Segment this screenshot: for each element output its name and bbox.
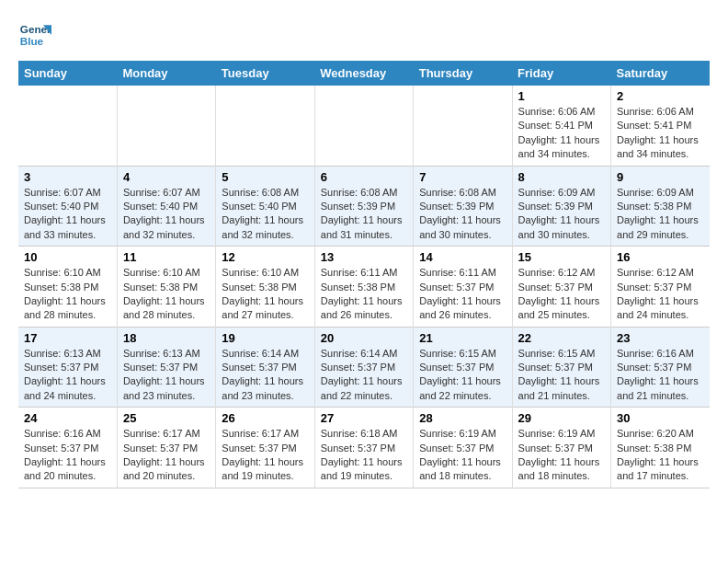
day-cell-3-4: 21Sunrise: 6:15 AMSunset: 5:37 PMDayligh… <box>414 327 512 408</box>
day-cell-1-2: 5Sunrise: 6:08 AMSunset: 5:40 PMDaylight… <box>216 166 314 247</box>
page-header: General Blue <box>18 18 710 52</box>
day-info: Sunrise: 6:06 AMSunset: 5:41 PMDaylight:… <box>617 105 704 162</box>
day-cell-2-4: 14Sunrise: 6:11 AMSunset: 5:37 PMDayligh… <box>414 247 512 327</box>
header-friday: Friday <box>512 61 610 86</box>
day-cell-0-5: 1Sunrise: 6:06 AMSunset: 5:41 PMDaylight… <box>512 86 610 166</box>
day-number: 12 <box>222 250 308 264</box>
day-info: Sunrise: 6:19 AMSunset: 5:37 PMDaylight:… <box>419 427 506 484</box>
day-number: 15 <box>518 250 605 264</box>
day-cell-4-5: 29Sunrise: 6:19 AMSunset: 5:37 PMDayligh… <box>512 408 610 488</box>
day-info: Sunrise: 6:13 AMSunset: 5:37 PMDaylight:… <box>24 347 111 404</box>
day-cell-0-4 <box>414 86 512 166</box>
day-number: 1 <box>518 89 605 103</box>
day-cell-0-3 <box>314 86 413 166</box>
day-info: Sunrise: 6:11 AMSunset: 5:38 PMDaylight:… <box>321 266 407 323</box>
svg-text:Blue: Blue <box>20 35 44 47</box>
day-cell-4-3: 27Sunrise: 6:18 AMSunset: 5:37 PMDayligh… <box>314 408 413 488</box>
day-cell-3-0: 17Sunrise: 6:13 AMSunset: 5:37 PMDayligh… <box>18 327 117 408</box>
day-number: 10 <box>24 250 111 264</box>
day-info: Sunrise: 6:16 AMSunset: 5:37 PMDaylight:… <box>24 427 111 484</box>
day-info: Sunrise: 6:19 AMSunset: 5:37 PMDaylight:… <box>518 427 605 484</box>
day-info: Sunrise: 6:17 AMSunset: 5:37 PMDaylight:… <box>222 427 308 484</box>
day-number: 29 <box>518 411 605 425</box>
day-cell-4-2: 26Sunrise: 6:17 AMSunset: 5:37 PMDayligh… <box>216 408 314 488</box>
day-info: Sunrise: 6:14 AMSunset: 5:37 PMDaylight:… <box>222 347 308 404</box>
calendar-table: SundayMondayTuesdayWednesdayThursdayFrid… <box>18 61 710 488</box>
day-number: 17 <box>24 331 111 345</box>
day-number: 23 <box>617 331 704 345</box>
day-info: Sunrise: 6:08 AMSunset: 5:40 PMDaylight:… <box>222 186 308 243</box>
day-cell-0-0 <box>18 86 117 166</box>
week-row-2: 3Sunrise: 6:07 AMSunset: 5:40 PMDaylight… <box>18 166 710 247</box>
header-saturday: Saturday <box>611 61 710 86</box>
day-cell-1-5: 8Sunrise: 6:09 AMSunset: 5:39 PMDaylight… <box>512 166 610 247</box>
day-cell-4-1: 25Sunrise: 6:17 AMSunset: 5:37 PMDayligh… <box>117 408 215 488</box>
day-number: 11 <box>123 250 210 264</box>
day-info: Sunrise: 6:08 AMSunset: 5:39 PMDaylight:… <box>419 186 506 243</box>
day-number: 14 <box>419 250 506 264</box>
day-number: 26 <box>222 411 308 425</box>
day-number: 27 <box>321 411 407 425</box>
header-tuesday: Tuesday <box>216 61 314 86</box>
day-info: Sunrise: 6:18 AMSunset: 5:37 PMDaylight:… <box>321 427 407 484</box>
day-cell-4-6: 30Sunrise: 6:20 AMSunset: 5:38 PMDayligh… <box>611 408 710 488</box>
day-number: 16 <box>617 250 704 264</box>
day-info: Sunrise: 6:09 AMSunset: 5:38 PMDaylight:… <box>617 186 704 243</box>
header-monday: Monday <box>117 61 215 86</box>
day-info: Sunrise: 6:07 AMSunset: 5:40 PMDaylight:… <box>24 186 111 243</box>
day-number: 13 <box>321 250 407 264</box>
day-info: Sunrise: 6:15 AMSunset: 5:37 PMDaylight:… <box>419 347 506 404</box>
day-number: 30 <box>617 411 704 425</box>
day-cell-1-6: 9Sunrise: 6:09 AMSunset: 5:38 PMDaylight… <box>611 166 710 247</box>
day-cell-3-5: 22Sunrise: 6:15 AMSunset: 5:37 PMDayligh… <box>512 327 610 408</box>
day-info: Sunrise: 6:12 AMSunset: 5:37 PMDaylight:… <box>617 266 704 323</box>
week-row-5: 24Sunrise: 6:16 AMSunset: 5:37 PMDayligh… <box>18 408 710 488</box>
week-row-4: 17Sunrise: 6:13 AMSunset: 5:37 PMDayligh… <box>18 327 710 408</box>
day-number: 21 <box>419 331 506 345</box>
day-cell-0-2 <box>216 86 314 166</box>
day-info: Sunrise: 6:08 AMSunset: 5:39 PMDaylight:… <box>321 186 407 243</box>
day-cell-2-6: 16Sunrise: 6:12 AMSunset: 5:37 PMDayligh… <box>611 247 710 327</box>
day-info: Sunrise: 6:16 AMSunset: 5:37 PMDaylight:… <box>617 347 704 404</box>
day-info: Sunrise: 6:06 AMSunset: 5:41 PMDaylight:… <box>518 105 605 162</box>
day-number: 8 <box>518 170 605 184</box>
day-number: 9 <box>617 170 704 184</box>
day-info: Sunrise: 6:10 AMSunset: 5:38 PMDaylight:… <box>123 266 210 323</box>
day-number: 22 <box>518 331 605 345</box>
day-cell-2-1: 11Sunrise: 6:10 AMSunset: 5:38 PMDayligh… <box>117 247 215 327</box>
day-cell-1-1: 4Sunrise: 6:07 AMSunset: 5:40 PMDaylight… <box>117 166 215 247</box>
day-cell-0-6: 2Sunrise: 6:06 AMSunset: 5:41 PMDaylight… <box>611 86 710 166</box>
day-number: 2 <box>617 89 704 103</box>
week-row-1: 1Sunrise: 6:06 AMSunset: 5:41 PMDaylight… <box>18 86 710 166</box>
day-number: 6 <box>321 170 407 184</box>
day-cell-3-2: 19Sunrise: 6:14 AMSunset: 5:37 PMDayligh… <box>216 327 314 408</box>
day-cell-1-4: 7Sunrise: 6:08 AMSunset: 5:39 PMDaylight… <box>414 166 512 247</box>
day-info: Sunrise: 6:14 AMSunset: 5:37 PMDaylight:… <box>321 347 407 404</box>
day-number: 7 <box>419 170 506 184</box>
day-cell-1-3: 6Sunrise: 6:08 AMSunset: 5:39 PMDaylight… <box>314 166 413 247</box>
day-number: 5 <box>222 170 308 184</box>
day-cell-4-4: 28Sunrise: 6:19 AMSunset: 5:37 PMDayligh… <box>414 408 512 488</box>
day-number: 18 <box>123 331 210 345</box>
day-number: 3 <box>24 170 111 184</box>
day-info: Sunrise: 6:07 AMSunset: 5:40 PMDaylight:… <box>123 186 210 243</box>
day-info: Sunrise: 6:12 AMSunset: 5:37 PMDaylight:… <box>518 266 605 323</box>
header-thursday: Thursday <box>414 61 512 86</box>
logo-icon: General Blue <box>18 18 51 52</box>
day-cell-4-0: 24Sunrise: 6:16 AMSunset: 5:37 PMDayligh… <box>18 408 117 488</box>
logo: General Blue <box>18 18 55 52</box>
day-cell-3-6: 23Sunrise: 6:16 AMSunset: 5:37 PMDayligh… <box>611 327 710 408</box>
day-info: Sunrise: 6:17 AMSunset: 5:37 PMDaylight:… <box>123 427 210 484</box>
day-number: 25 <box>123 411 210 425</box>
day-cell-2-0: 10Sunrise: 6:10 AMSunset: 5:38 PMDayligh… <box>18 247 117 327</box>
calendar-header-row: SundayMondayTuesdayWednesdayThursdayFrid… <box>18 61 710 86</box>
day-cell-2-5: 15Sunrise: 6:12 AMSunset: 5:37 PMDayligh… <box>512 247 610 327</box>
day-info: Sunrise: 6:10 AMSunset: 5:38 PMDaylight:… <box>24 266 111 323</box>
day-info: Sunrise: 6:13 AMSunset: 5:37 PMDaylight:… <box>123 347 210 404</box>
header-sunday: Sunday <box>18 61 117 86</box>
day-cell-0-1 <box>117 86 215 166</box>
header-wednesday: Wednesday <box>314 61 413 86</box>
day-number: 4 <box>123 170 210 184</box>
day-number: 19 <box>222 331 308 345</box>
day-info: Sunrise: 6:10 AMSunset: 5:38 PMDaylight:… <box>222 266 308 323</box>
